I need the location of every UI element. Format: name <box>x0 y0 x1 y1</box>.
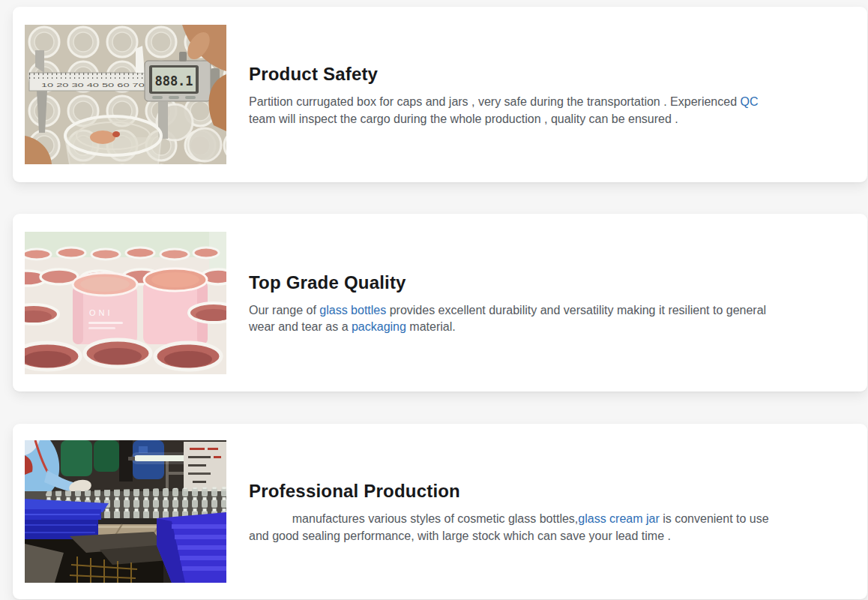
product-safety-photo: 10 20 30 40 50 60 70 80 888.1 <box>25 25 226 164</box>
card-paragraph: manufactures various styles of cosmetic … <box>249 511 784 544</box>
feature-card-product-safety: 10 20 30 40 50 60 70 80 888.1 <box>13 7 867 182</box>
features-page: 10 20 30 40 50 60 70 80 888.1 <box>0 0 868 600</box>
card-paragraph: Our range of glass bottles provides exce… <box>249 302 784 336</box>
inline-text-link[interactable]: glass bottles <box>319 304 386 316</box>
card-body: Top Grade Quality Our range of glass bot… <box>249 270 784 336</box>
card-body: Product Safety Partition currugated box … <box>249 62 784 128</box>
caliper-glass-jar-illustration: 10 20 30 40 50 60 70 80 888.1 <box>25 25 226 164</box>
text-segment: Our range of <box>249 304 319 316</box>
text-segment: team will inspect the cargo during the w… <box>249 112 678 125</box>
feature-card-professional-production: Professional Production manufactures var… <box>13 424 867 599</box>
top-grade-quality-photo: ONI <box>25 232 226 374</box>
card-title: Top Grade Quality <box>249 270 784 296</box>
card-body: Professional Production manufactures var… <box>249 478 784 544</box>
card-title: Product Safety <box>249 62 784 87</box>
text-segment: material. <box>406 320 456 333</box>
inline-text-link[interactable]: packaging <box>352 320 406 333</box>
inline-text-link[interactable]: glass cream jar <box>578 512 659 525</box>
feature-card-top-grade-quality: ONI <box>13 214 867 392</box>
card-paragraph: Partition currugated box for caps and ja… <box>249 94 784 128</box>
professional-production-photo <box>25 440 226 583</box>
card-title: Professional Production <box>249 478 784 504</box>
svg-text:10 20 30 40 50 60 70 80: 10 20 30 40 50 60 70 80 <box>41 82 160 88</box>
caliper-display-value: 888.1 <box>154 74 193 88</box>
text-segment: Partition currugated box for caps and ja… <box>249 95 740 108</box>
factory-floor-illustration <box>25 440 226 583</box>
text-segment: manufactures various styles of cosmetic … <box>249 512 578 525</box>
inline-text-link[interactable]: QC <box>740 95 758 108</box>
pink-jars-illustration: ONI <box>25 232 226 374</box>
jar-label-text: ONI <box>89 308 113 317</box>
